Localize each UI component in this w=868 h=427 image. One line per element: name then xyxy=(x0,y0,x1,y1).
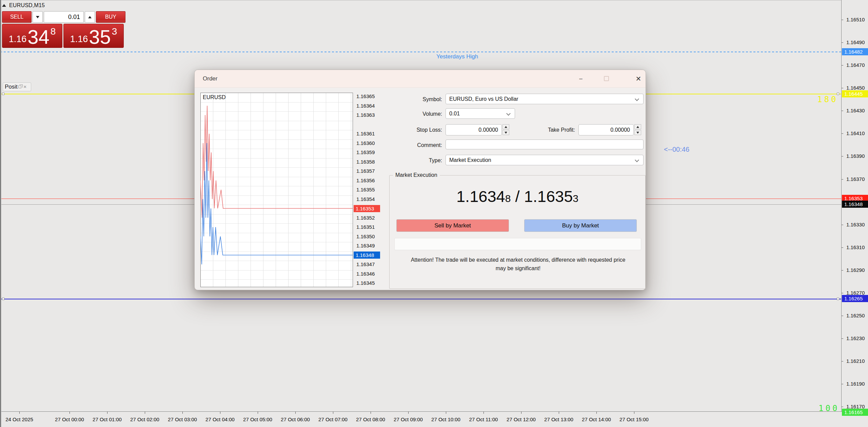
time-axis-tick xyxy=(182,412,183,414)
buy-button[interactable]: BUY xyxy=(96,11,125,23)
price-badge: 1.16265 xyxy=(842,295,868,302)
price-axis-label: 1.16310 xyxy=(846,244,865,250)
yesterdays-high-label: Yesterdays High xyxy=(436,53,478,60)
step-down-button[interactable] xyxy=(634,130,641,135)
volume-decrease-button[interactable] xyxy=(33,11,43,23)
tick-scale-label: 1.16350 xyxy=(356,234,375,239)
tick-scale-label: 1.16345 xyxy=(356,280,375,286)
stop-loss-input[interactable]: 0.00000 xyxy=(446,124,502,135)
symbol-value: EURUSD, Euro vs US Dollar xyxy=(449,96,518,102)
tick-scale-label: 1.16354 xyxy=(356,196,375,202)
minimize-icon[interactable]: – xyxy=(575,74,587,84)
time-axis-label: 27 Oct 02:00 xyxy=(130,416,159,422)
volume-select[interactable]: 0.01 xyxy=(446,108,515,119)
take-profit-stepper[interactable] xyxy=(634,124,641,135)
time-axis-tick xyxy=(107,412,107,414)
sell-by-market-button[interactable]: Sell by Market xyxy=(396,219,509,232)
time-axis-label: 27 Oct 10:00 xyxy=(431,416,460,422)
time-axis-label: 27 Oct 12:00 xyxy=(507,416,536,422)
price-axis-label: 1.16250 xyxy=(846,313,865,318)
price-axis-label: 1.16290 xyxy=(846,267,865,273)
line-anchor-handle[interactable] xyxy=(2,298,4,300)
volume-value: 0.01 xyxy=(449,111,460,117)
line-anchor-handle[interactable] xyxy=(837,298,839,300)
sell-price-big: 34 xyxy=(27,29,50,45)
tick-scale-label: 1.16363 xyxy=(356,112,375,118)
step-up-button[interactable] xyxy=(502,124,509,129)
tick-scale-label: 1.16364 xyxy=(356,103,375,109)
time-axis-label: 27 Oct 04:00 xyxy=(205,416,235,422)
volume-increase-button[interactable] xyxy=(85,11,95,23)
time-axis-label: 27 Oct 05:00 xyxy=(243,416,272,422)
time-axis-label: 27 Oct 13:00 xyxy=(544,416,573,422)
time-axis-tick xyxy=(220,412,220,414)
price-axis-label: 1.16410 xyxy=(846,130,865,136)
time-axis-tick xyxy=(596,412,597,414)
take-profit-input[interactable]: 0.00000 xyxy=(578,124,634,135)
restore-window-icon[interactable] xyxy=(18,86,21,88)
buy-price-prefix: 1.16 xyxy=(70,35,88,44)
price-axis-label: 1.16390 xyxy=(846,153,865,159)
step-down-button[interactable] xyxy=(502,130,509,135)
buy-quote-panel[interactable]: 1.16 35 3 xyxy=(63,24,124,48)
minimized-window-chip[interactable]: Posit ✕ xyxy=(3,82,31,91)
buy-by-market-button[interactable]: Buy by Market xyxy=(524,219,637,232)
price-axis-tick xyxy=(842,179,843,180)
time-axis-tick xyxy=(408,412,409,414)
time-axis-tick xyxy=(521,412,521,414)
stop-loss-label: Stop Loss: xyxy=(416,127,442,133)
collapse-panel-icon[interactable] xyxy=(2,4,6,7)
close-icon[interactable]: ✕ xyxy=(633,74,644,84)
buy-price-big: 35 xyxy=(89,29,111,45)
dialog-titlebar[interactable]: Order – ✕ xyxy=(195,70,646,88)
price-axis-tick xyxy=(842,156,843,156)
chart-symbol-period: EURUSD,M15 xyxy=(9,2,45,8)
line-anchor-handle[interactable] xyxy=(2,93,4,95)
step-up-button[interactable] xyxy=(634,124,641,129)
tick-scale-label: 1.16357 xyxy=(356,168,375,174)
triangle-down-icon xyxy=(636,132,639,134)
time-axis-tick xyxy=(258,412,258,414)
type-value: Market Execution xyxy=(449,157,491,163)
triangle-up-icon xyxy=(88,16,92,18)
bid-ask-display: 1.16348 / 1.16353 xyxy=(389,187,646,206)
time-axis-tick xyxy=(333,412,333,414)
line-anchor-handle[interactable] xyxy=(837,93,839,95)
time-axis-label: 27 Oct 07:00 xyxy=(318,416,348,422)
time-axis-label: 24 Oct 2025 xyxy=(5,416,33,422)
yesterdays-high-line xyxy=(0,52,841,52)
time-axis-tick xyxy=(446,412,446,414)
chevron-down-icon xyxy=(635,158,639,162)
price-axis-label: 1.16210 xyxy=(846,358,865,364)
time-axis-label: 27 Oct 08:00 xyxy=(356,416,385,422)
ask-pipette: 3 xyxy=(573,193,578,204)
green-line-text-label: 100 xyxy=(818,404,839,411)
time-axis[interactable]: 24 Oct 202527 Oct 00:0027 Oct 01:0027 Oc… xyxy=(0,411,868,427)
type-select[interactable]: Market Execution xyxy=(446,155,644,165)
comment-input[interactable] xyxy=(446,140,644,149)
sell-quote-panel[interactable]: 1.16 34 8 xyxy=(2,24,62,48)
price-axis-tick xyxy=(842,407,843,407)
price-axis-tick xyxy=(842,65,843,66)
ask-price: 1.1635 xyxy=(524,187,573,205)
price-axis-tick xyxy=(842,20,843,20)
volume-input[interactable] xyxy=(44,11,84,23)
price-badge: 1.16165 xyxy=(842,409,868,416)
time-axis-tick xyxy=(70,412,70,414)
price-axis[interactable]: 1.165101.164901.164701.164501.164301.164… xyxy=(841,0,868,411)
maximize-icon[interactable] xyxy=(604,76,609,81)
price-axis-tick xyxy=(842,111,843,111)
tick-chart-lines xyxy=(200,93,353,287)
symbol-select[interactable]: EURUSD, Euro vs US Dollar xyxy=(446,94,644,104)
stop-loss-stepper[interactable] xyxy=(502,124,509,135)
price-axis-tick xyxy=(842,361,843,361)
time-axis-label: 27 Oct 00:00 xyxy=(55,416,84,422)
time-axis-tick xyxy=(484,412,484,414)
close-window-icon[interactable]: ✕ xyxy=(23,85,27,89)
sell-button[interactable]: SELL xyxy=(2,11,32,23)
tick-scale-label: 1.16355 xyxy=(356,187,375,192)
chart-symbol-row: EURUSD,M15 xyxy=(2,1,131,10)
minimized-window-title: Posit xyxy=(5,83,18,90)
chevron-down-icon xyxy=(635,97,639,101)
stop-loss-value: 0.00000 xyxy=(478,127,498,133)
